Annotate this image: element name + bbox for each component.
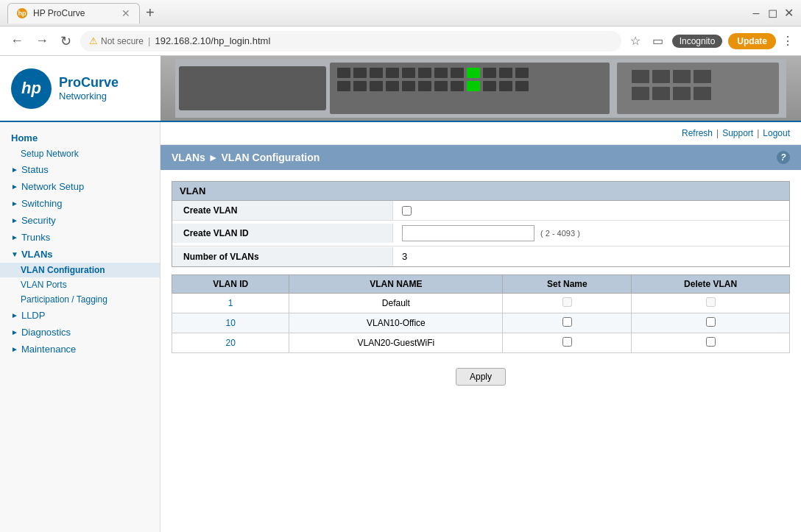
delete-vlan-cell [632, 294, 790, 313]
apply-button[interactable]: Apply [456, 368, 506, 386]
svg-rect-27 [515, 81, 529, 91]
switching-arrow-icon: ► [11, 199, 18, 208]
sidebar-item-participation-tagging[interactable]: Participation / Tagging [0, 292, 160, 307]
svg-rect-21 [418, 81, 431, 91]
set-name-checkbox[interactable] [562, 297, 572, 307]
new-tab-button[interactable]: + [140, 4, 160, 21]
forward-button[interactable]: → [32, 30, 52, 52]
svg-rect-15 [467, 68, 480, 78]
set-name-checkbox[interactable] [562, 317, 572, 327]
vlan-id-cell: 1 [172, 294, 289, 313]
support-link[interactable]: Support [722, 128, 753, 138]
sidebar-item-lldp[interactable]: ► LLDP [0, 307, 160, 324]
create-vlan-id-row: Create VLAN ID ( 2 - 4093 ) [172, 221, 789, 247]
svg-rect-13 [499, 68, 512, 78]
menu-button[interactable]: ⋮ [782, 34, 794, 48]
security-arrow-icon: ► [11, 216, 18, 224]
restore-button[interactable]: ◻ [767, 8, 777, 18]
svg-rect-17 [353, 81, 367, 91]
svg-rect-30 [652, 70, 670, 83]
sidebar-item-trunks[interactable]: ► Trunks [0, 229, 160, 246]
sidebar-item-security[interactable]: ► Security [0, 212, 160, 229]
brand-text: ProCurve Networking [59, 75, 119, 102]
svg-rect-8 [418, 68, 431, 78]
incognito-button[interactable]: Incognito [672, 35, 723, 48]
delete-vlan-checkbox[interactable] [706, 337, 716, 347]
browser-tab[interactable]: hp HP ProCurve ✕ [7, 3, 140, 24]
refresh-link[interactable]: Refresh [682, 128, 713, 138]
svg-rect-18 [370, 81, 383, 91]
svg-rect-23 [451, 81, 464, 91]
logo-area: hp ProCurve Networking [0, 56, 160, 121]
sidebar-item-status[interactable]: ► Status [0, 161, 160, 178]
num-vlans-count: 3 [402, 251, 407, 262]
sidebar-item-maintenance[interactable]: ► Maintenance [0, 341, 160, 358]
sidebar-item-home[interactable]: Home [0, 130, 160, 146]
create-vlan-value [393, 202, 420, 220]
svg-rect-14 [515, 68, 529, 78]
vlan-table: VLAN ID VLAN NAME Set Name Delete VLAN 1… [172, 274, 790, 353]
svg-rect-32 [694, 70, 711, 83]
vlans-arrow-icon: ▼ [11, 250, 18, 258]
vlan-id-link[interactable]: 10 [225, 318, 235, 328]
security-warning-icon: ⚠ [89, 35, 98, 46]
sidebar-item-diagnostics[interactable]: ► Diagnostics [0, 324, 160, 341]
svg-rect-26 [499, 81, 512, 91]
main-layout: Home Setup Network ► Status ► Network Se… [0, 122, 801, 532]
status-arrow-icon: ► [11, 166, 18, 174]
sidebar-item-vlan-configuration[interactable]: VLAN Configuration [0, 263, 160, 277]
vlan-id-link[interactable]: 20 [225, 338, 235, 348]
create-vlan-id-input[interactable] [402, 225, 534, 241]
reload-button[interactable]: ↻ [57, 30, 74, 52]
svg-rect-7 [402, 68, 415, 78]
bookmark-button[interactable]: ☆ [627, 31, 643, 51]
network-setup-arrow-icon: ► [11, 182, 18, 191]
svg-rect-5 [370, 68, 383, 78]
table-row: 20VLAN20-GuestWiFi [172, 333, 790, 353]
close-button[interactable]: ✕ [783, 8, 794, 18]
help-icon[interactable]: ? [777, 151, 790, 164]
create-vlan-id-label: Create VLAN ID [172, 224, 393, 243]
vlan-id-link[interactable]: 1 [228, 298, 233, 308]
svg-rect-35 [673, 87, 691, 100]
maintenance-arrow-icon: ► [11, 345, 18, 353]
window-controls: – ◻ ✕ [751, 8, 794, 18]
minimize-button[interactable]: – [751, 8, 761, 18]
sidebar-item-setup-network[interactable]: Setup Network [0, 146, 160, 161]
address-input-area[interactable]: ⚠ Not secure | 192.168.2.10/hp_login.htm… [80, 31, 621, 52]
apply-row: Apply [172, 368, 790, 386]
svg-rect-29 [632, 70, 649, 83]
tab-close-button[interactable]: ✕ [121, 7, 130, 19]
create-vlan-checkbox[interactable] [402, 206, 412, 216]
set-name-checkbox[interactable] [562, 337, 572, 347]
num-vlans-label: Number of VLANs [172, 247, 393, 266]
cast-button[interactable]: ▭ [649, 31, 666, 51]
vlan-section-header: VLAN [172, 182, 789, 201]
not-secure-label: Not secure [101, 36, 144, 46]
col-vlan-name: VLAN NAME [289, 275, 503, 294]
num-vlans-value: 3 [393, 247, 416, 266]
num-vlans-row: Number of VLANs 3 [172, 247, 789, 266]
delete-vlan-checkbox[interactable] [706, 317, 716, 327]
sidebar: Home Setup Network ► Status ► Network Se… [0, 122, 160, 532]
svg-rect-4 [353, 68, 367, 78]
svg-rect-6 [386, 68, 399, 78]
tab-title: HP ProCurve [33, 8, 85, 18]
create-vlan-label: Create VLAN [172, 201, 393, 220]
svg-rect-12 [483, 68, 496, 78]
svg-rect-24 [467, 81, 480, 91]
content-area: Refresh | Support | Logout VLANs ► VLAN … [160, 122, 801, 532]
update-button[interactable]: Update [728, 33, 776, 49]
sidebar-item-switching[interactable]: ► Switching [0, 195, 160, 212]
create-vlan-id-value: ( 2 - 4093 ) [393, 221, 589, 246]
delete-vlan-checkbox[interactable] [706, 297, 716, 307]
sidebar-item-vlans[interactable]: ▼ VLANs [0, 246, 160, 263]
sidebar-item-network-setup[interactable]: ► Network Setup [0, 178, 160, 195]
page-header: VLANs ► VLAN Configuration ? [160, 145, 801, 170]
logout-link[interactable]: Logout [763, 128, 790, 138]
trunks-arrow-icon: ► [11, 233, 18, 241]
diagnostics-arrow-icon: ► [11, 328, 18, 336]
sidebar-item-vlan-ports[interactable]: VLAN Ports [0, 277, 160, 292]
back-button[interactable]: ← [7, 30, 27, 52]
svg-rect-20 [402, 81, 415, 91]
